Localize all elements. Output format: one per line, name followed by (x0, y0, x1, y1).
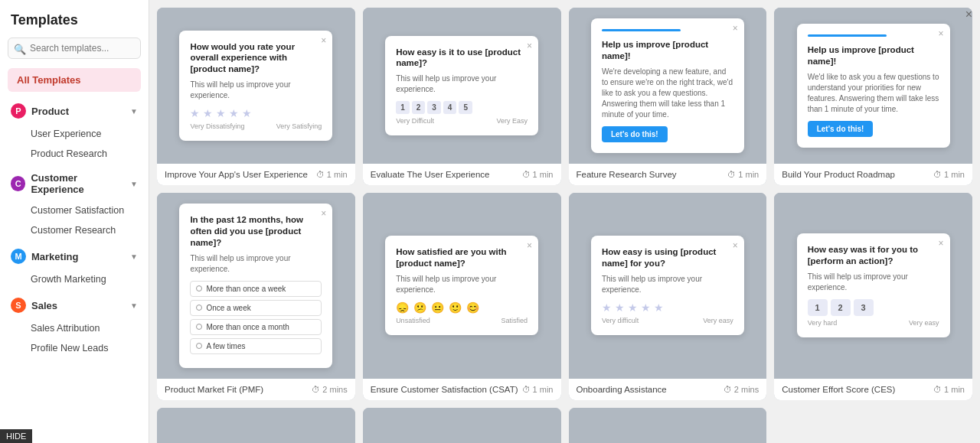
scale-labels: UnsatisfiedSatisfied (396, 317, 528, 324)
radio-option[interactable]: More than once a month (190, 319, 322, 335)
star-icon[interactable]: ★ (203, 107, 213, 119)
widget-heading: Help us improve [product name]! (602, 39, 733, 62)
num3-row: 123 (808, 299, 939, 316)
sidebar-section-product: P Product ▼ User ExperienceProduct Resea… (0, 96, 149, 165)
widget-close-icon[interactable]: × (321, 35, 326, 46)
widget-close-icon[interactable]: × (733, 240, 738, 251)
time-label: 1 min (327, 170, 348, 179)
close-button[interactable]: × (965, 8, 972, 21)
cta-button[interactable]: Let's do this! (602, 126, 668, 142)
sidebar: Templates 🔍 All Templates P Product ▼ Us… (0, 0, 149, 443)
radio-circle (196, 324, 202, 330)
clock-icon: ⏱ (312, 385, 320, 394)
sidebar-section-customer-experience: C Customer Experience ▼ Customer Satisfa… (0, 165, 149, 242)
star-icon[interactable]: ★ (229, 107, 239, 119)
sidebar-sub-user-experience[interactable]: User Experience (0, 124, 149, 144)
all-templates-item[interactable]: All Templates (8, 68, 141, 92)
sidebar-sub-profile-new-leads[interactable]: Profile New Leads (0, 338, 149, 358)
template-card[interactable]: ×How would you rate your overall experie… (157, 8, 355, 185)
emoji-icon[interactable]: 😐 (431, 301, 444, 314)
radio-option[interactable]: Once a week (190, 300, 322, 316)
template-card[interactable]: ×What do you value most about our servic… (157, 408, 355, 443)
hide-button[interactable]: HIDE (0, 429, 32, 443)
widget-close-icon[interactable]: × (733, 23, 738, 34)
template-card[interactable]: ×Help us improve [product name]!We're de… (569, 8, 767, 185)
widget-heading: In the past 12 months, how often did you… (190, 214, 322, 249)
scale-option[interactable]: 5 (459, 101, 472, 114)
time-label: 1 min (533, 385, 554, 394)
widget-close-icon[interactable]: × (527, 41, 532, 51)
widget-close-icon[interactable]: × (939, 28, 944, 39)
sidebar-section-header-customer-experience[interactable]: C Customer Experience ▼ (0, 167, 149, 200)
star-icon[interactable]: ★ (242, 107, 252, 119)
star-icon[interactable]: ★ (615, 301, 625, 314)
star-icon[interactable]: ★ (641, 301, 651, 314)
clock-icon: ⏱ (933, 170, 942, 179)
emoji-icon[interactable]: 😕 (413, 301, 426, 314)
scale-option[interactable]: 3 (427, 101, 441, 114)
radio-option[interactable]: A few times (190, 338, 322, 354)
num3-option[interactable]: 3 (854, 299, 874, 316)
star-icon[interactable]: ★ (216, 107, 226, 119)
sidebar-sub-customer-research[interactable]: Customer Research (0, 220, 149, 240)
star-icon[interactable]: ★ (654, 301, 664, 314)
num3-option[interactable]: 2 (831, 299, 851, 316)
star-icon[interactable]: ★ (602, 301, 612, 314)
section-icon-marketing: M (11, 249, 26, 264)
widget-close-icon[interactable]: × (939, 238, 944, 249)
widget-heading: How would you rate your overall experien… (190, 41, 322, 76)
num3-option[interactable]: 1 (808, 299, 828, 316)
main-content: × ×How would you rate your overall exper… (149, 0, 980, 443)
sidebar-sub-customer-satisfaction[interactable]: Customer Satisfaction (0, 200, 149, 220)
sidebar-section-sales: S Sales ▼ Sales AttributionProfile New L… (0, 291, 149, 360)
section-label-sales: Sales (31, 300, 57, 311)
emoji-icon[interactable]: 😞 (396, 301, 409, 314)
radio-circle (196, 343, 202, 349)
star-icon[interactable]: ★ (628, 301, 638, 314)
template-card[interactable]: ×How satisfied are you with [product nam… (363, 193, 561, 400)
sidebar-sub-growth-marketing[interactable]: Growth Marketing (0, 269, 149, 289)
template-card[interactable]: ×Help us improve [product name]!We'd lik… (774, 8, 972, 185)
radio-circle (196, 285, 202, 292)
sidebar-section-header-sales[interactable]: S Sales ▼ (0, 292, 149, 318)
sidebar-sub-product-research[interactable]: Product Research (0, 144, 149, 164)
template-card[interactable]: ×How big is your team? (363, 408, 561, 443)
card-time: ⏱ 1 min (316, 170, 348, 179)
widget-close-icon[interactable]: × (321, 208, 326, 219)
radio-option[interactable]: More than once a week (190, 281, 322, 297)
emoji-row: 😞😕😐🙂😊 (396, 301, 528, 314)
scale-option[interactable]: 1 (396, 101, 410, 114)
scale-option[interactable]: 4 (443, 101, 457, 114)
widget-subtext: We'd like to ask you a few questions to … (808, 72, 939, 115)
emoji-icon[interactable]: 🙂 (449, 301, 462, 314)
card-title: Customer Effort Score (CES) (782, 385, 895, 394)
card-footer: Feature Research Survey⏱ 1 min (569, 164, 767, 185)
emoji-icon[interactable]: 😊 (466, 301, 479, 314)
template-card[interactable]: ×How easy is using [product name] for yo… (569, 193, 767, 400)
scale-labels: Very DissatisfyingVery Satisfying (190, 122, 322, 130)
label-right: Satisfied (501, 317, 528, 324)
template-card[interactable]: ×In the past 12 months, how often did yo… (157, 193, 355, 400)
search-container: 🔍 (0, 37, 149, 67)
star-row: ★★★★★ (602, 301, 733, 314)
sidebar-sub-sales-attribution[interactable]: Sales Attribution (0, 318, 149, 338)
scale-option[interactable]: 2 (412, 101, 426, 114)
cta-button[interactable]: Let's do this! (808, 121, 874, 137)
sidebar-section-header-marketing[interactable]: M Marketing ▼ (0, 243, 149, 269)
widget-close-icon[interactable]: × (527, 240, 532, 251)
card-footer: Improve Your App's User Experience⏱ 1 mi… (157, 164, 355, 185)
radio-label: More than once a week (206, 285, 286, 293)
template-card[interactable]: ×How easy is it to use [product name]?Th… (363, 8, 561, 185)
sidebar-section-header-product[interactable]: P Product ▼ (0, 98, 149, 124)
card-preview: ×How easy is it to use [product name]?Th… (363, 8, 561, 164)
card-preview: ×Help us improve [product name]!We'd lik… (774, 8, 972, 164)
section-icon-customer-experience: C (11, 176, 25, 191)
card-footer: Evaluate The User Experience⏱ 1 min (363, 164, 561, 185)
card-footer: Build Your Product Roadmap⏱ 1 min (774, 164, 972, 185)
search-input[interactable] (8, 37, 141, 59)
template-card[interactable]: ×How easy was it for you to [perform an … (774, 193, 972, 400)
card-title: Evaluate The User Experience (371, 170, 490, 179)
star-icon[interactable]: ★ (190, 107, 200, 119)
radio-circle (196, 305, 202, 311)
template-card[interactable]: ×What are the top challenges your compan… (569, 408, 767, 443)
